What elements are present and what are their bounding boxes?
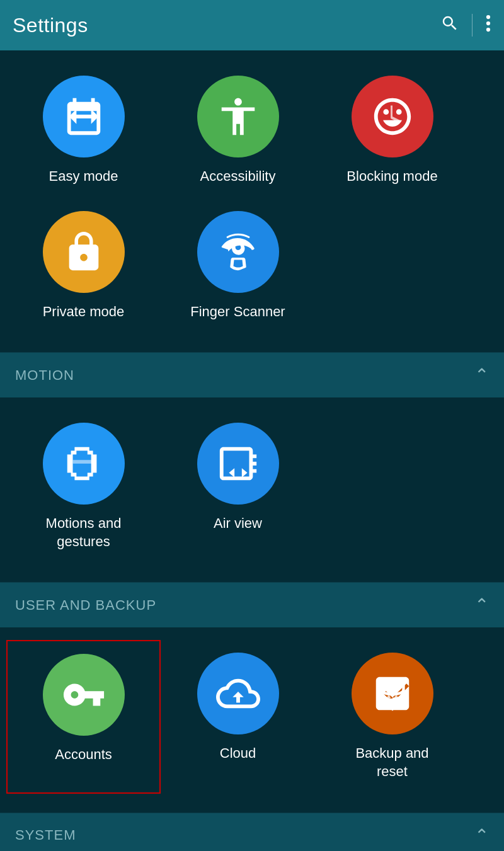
motions-gestures-icon-circle (43, 423, 125, 505)
system-section-title: SYSTEM (15, 827, 76, 843)
user-backup-section: Accounts Cloud (0, 627, 504, 812)
svg-point-3 (381, 680, 403, 690)
accounts-label: Accounts (55, 746, 112, 764)
finger-scanner-item[interactable]: Finger Scanner (161, 198, 315, 334)
backup-reset-label: Backup andreset (355, 745, 428, 780)
motions-gestures-label: Motions andgestures (46, 515, 122, 551)
user-backup-section-header[interactable]: USER AND BACKUP ⌃ (0, 582, 504, 627)
cloud-icon-circle (197, 653, 279, 734)
private-mode-item[interactable]: Private mode (6, 198, 161, 334)
cloud-item[interactable]: Cloud (161, 640, 315, 793)
accessibility-icon-circle (197, 76, 279, 157)
personalization-row-1: Easy mode Accessibility Blocking mode (6, 63, 498, 198)
svg-point-2 (486, 27, 490, 31)
system-section-header[interactable]: SYSTEM ⌃ (0, 813, 504, 851)
private-mode-icon-circle (43, 211, 125, 293)
backup-reset-icon-circle (352, 653, 433, 734)
header-actions (440, 14, 491, 37)
air-view-label: Air view (214, 515, 262, 533)
motion-row: Motions andgestures Air view (6, 410, 498, 563)
motion-section: Motions andgestures Air view (0, 397, 504, 582)
motions-gestures-item[interactable]: Motions andgestures (6, 410, 161, 563)
blocking-mode-icon-circle (352, 76, 433, 157)
accounts-icon-circle (43, 654, 125, 736)
motion-section-header[interactable]: MOTION ⌃ (0, 352, 504, 397)
system-chevron-icon: ⌃ (474, 825, 489, 846)
motion-chevron-icon: ⌃ (474, 365, 489, 386)
user-backup-section-title: USER AND BACKUP (15, 597, 156, 614)
user-backup-chevron-icon: ⌃ (474, 595, 489, 615)
private-mode-label: Private mode (43, 303, 125, 321)
cloud-label: Cloud (220, 745, 256, 763)
search-icon[interactable] (440, 14, 459, 37)
more-options-icon[interactable] (485, 14, 491, 37)
finger-scanner-label: Finger Scanner (190, 303, 285, 321)
user-backup-row: Accounts Cloud (6, 640, 498, 793)
air-view-icon-circle (197, 423, 279, 505)
blocking-mode-label: Blocking mode (346, 168, 437, 186)
app-header: Settings (0, 0, 504, 50)
backup-reset-item[interactable]: Backup andreset (315, 640, 469, 793)
accounts-item[interactable]: Accounts (6, 640, 161, 793)
personalization-row-2: Private mode Finger Scanner (6, 198, 498, 334)
air-view-item[interactable]: Air view (161, 410, 315, 563)
accessibility-label: Accessibility (200, 168, 276, 186)
easy-mode-item[interactable]: Easy mode (6, 63, 161, 198)
finger-scanner-icon-circle (197, 211, 279, 293)
blocking-mode-item[interactable]: Blocking mode (315, 63, 469, 198)
svg-point-0 (486, 14, 490, 18)
accessibility-item[interactable]: Accessibility (161, 63, 315, 198)
easy-mode-icon-circle (43, 76, 125, 157)
page-title: Settings (13, 14, 88, 37)
motion-section-title: MOTION (15, 367, 74, 384)
svg-point-1 (486, 21, 490, 25)
personalization-section: Easy mode Accessibility Blocking mode (0, 50, 504, 352)
easy-mode-label: Easy mode (49, 168, 118, 186)
header-divider (472, 14, 472, 37)
